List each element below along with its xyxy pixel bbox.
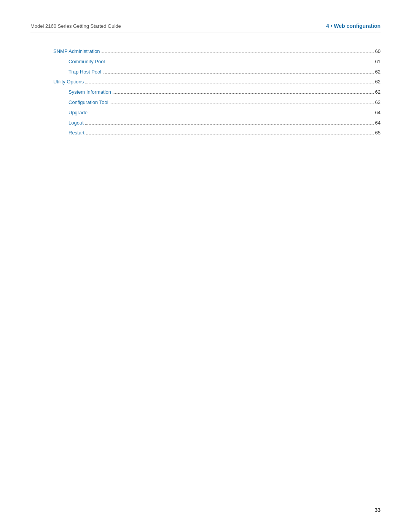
toc-container: SNMP Administration 60 Community Pool 61… bbox=[30, 48, 381, 137]
toc-link-upgrade[interactable]: Upgrade bbox=[68, 109, 88, 117]
toc-page-snmp-administration: 60 bbox=[375, 48, 381, 56]
toc-dots bbox=[110, 104, 374, 104]
header-right-text: 4 • Web configuration bbox=[326, 23, 381, 29]
toc-page-trap-host-pool: 62 bbox=[375, 68, 381, 76]
toc-dots bbox=[113, 93, 374, 94]
toc-link-restart[interactable]: Restart bbox=[68, 129, 84, 137]
page-header: Model 2160 Series Getting Started Guide … bbox=[30, 23, 381, 32]
toc-dots bbox=[85, 124, 374, 125]
toc-link-configuration-tool[interactable]: Configuration Tool bbox=[68, 99, 108, 107]
toc-entry-system-information: System Information 62 bbox=[53, 88, 381, 96]
toc-page-logout: 64 bbox=[375, 119, 381, 127]
toc-dots bbox=[89, 114, 374, 114]
toc-link-logout[interactable]: Logout bbox=[68, 119, 84, 127]
toc-entry-upgrade: Upgrade 64 bbox=[53, 109, 381, 117]
toc-entry-restart: Restart 65 bbox=[53, 129, 381, 137]
toc-entry-community-pool: Community Pool 61 bbox=[53, 58, 381, 66]
header-left-text: Model 2160 Series Getting Started Guide bbox=[30, 23, 121, 29]
toc-link-snmp-administration[interactable]: SNMP Administration bbox=[53, 48, 100, 56]
toc-dots bbox=[86, 134, 374, 134]
footer-page-number: 33 bbox=[374, 507, 381, 513]
toc-entry-configuration-tool: Configuration Tool 63 bbox=[53, 99, 381, 107]
toc-dots bbox=[106, 63, 373, 63]
toc-entry-logout: Logout 64 bbox=[53, 119, 381, 127]
toc-page-community-pool: 61 bbox=[375, 58, 381, 66]
toc-entry-snmp-administration: SNMP Administration 60 bbox=[53, 48, 381, 56]
toc-page-system-information: 62 bbox=[375, 88, 381, 96]
toc-page-utility-options: 62 bbox=[375, 78, 381, 86]
toc-dots bbox=[102, 53, 374, 53]
page-container: Model 2160 Series Getting Started Guide … bbox=[0, 0, 411, 532]
toc-link-utility-options[interactable]: Utility Options bbox=[53, 78, 84, 86]
toc-page-configuration-tool: 63 bbox=[375, 99, 381, 107]
toc-entry-utility-options: Utility Options 62 bbox=[53, 78, 381, 86]
toc-link-trap-host-pool[interactable]: Trap Host Pool bbox=[68, 68, 101, 76]
toc-link-system-information[interactable]: System Information bbox=[68, 88, 111, 96]
toc-page-restart: 65 bbox=[375, 129, 381, 137]
toc-dots bbox=[103, 73, 373, 73]
toc-link-community-pool[interactable]: Community Pool bbox=[68, 58, 105, 66]
toc-entry-trap-host-pool: Trap Host Pool 62 bbox=[53, 68, 381, 76]
toc-dots bbox=[85, 83, 373, 83]
toc-page-upgrade: 64 bbox=[375, 109, 381, 117]
